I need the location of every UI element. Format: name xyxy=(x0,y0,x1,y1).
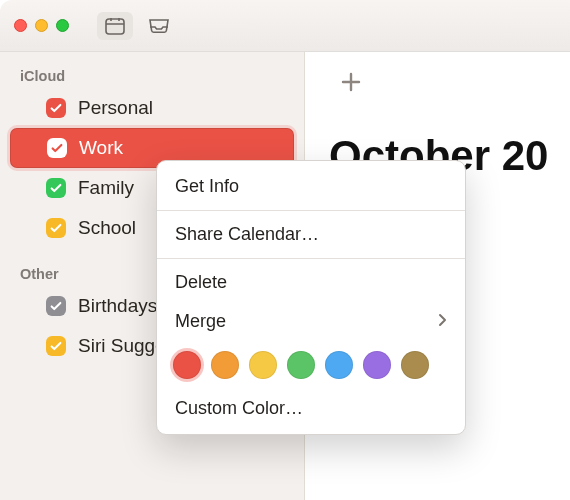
menu-item-share-calendar[interactable]: Share Calendar… xyxy=(157,215,465,254)
checkbox[interactable] xyxy=(47,138,67,158)
menu-item-label: Merge xyxy=(175,311,226,332)
add-event-button[interactable] xyxy=(329,60,373,104)
menu-item-get-info[interactable]: Get Info xyxy=(157,167,465,206)
checkmark-icon xyxy=(49,221,63,235)
titlebar xyxy=(0,0,570,52)
plus-icon xyxy=(340,71,362,93)
menu-separator xyxy=(157,258,465,259)
calendar-icon xyxy=(105,17,125,35)
sidebar-item-label: Work xyxy=(79,137,123,159)
menu-item-label: Custom Color… xyxy=(175,398,303,419)
sidebar-item-personal[interactable]: Personal xyxy=(0,88,304,128)
minimize-window-button[interactable] xyxy=(35,19,48,32)
sidebar-item-label: Personal xyxy=(78,97,153,119)
menu-item-label: Get Info xyxy=(175,176,239,197)
menu-item-merge[interactable]: Merge xyxy=(157,302,465,341)
color-swatch-row xyxy=(157,341,465,389)
chevron-right-icon xyxy=(437,311,447,332)
menu-item-label: Delete xyxy=(175,272,227,293)
color-swatch-orange[interactable] xyxy=(211,351,239,379)
sidebar-section-header-icloud: iCloud xyxy=(0,62,304,88)
sidebar-item-label: Family xyxy=(78,177,134,199)
zoom-window-button[interactable] xyxy=(56,19,69,32)
svg-rect-0 xyxy=(106,19,124,34)
checkmark-icon xyxy=(49,181,63,195)
calendars-toggle-button[interactable] xyxy=(97,12,133,40)
window-controls xyxy=(14,19,69,32)
color-swatch-blue[interactable] xyxy=(325,351,353,379)
tray-icon xyxy=(148,18,170,34)
checkmark-icon xyxy=(49,101,63,115)
inbox-button[interactable] xyxy=(141,12,177,40)
checkbox[interactable] xyxy=(46,296,66,316)
color-swatch-yellow[interactable] xyxy=(249,351,277,379)
sidebar-item-label: Birthdays xyxy=(78,295,157,317)
context-menu: Get Info Share Calendar… Delete Merge Cu… xyxy=(156,160,466,435)
checkbox[interactable] xyxy=(46,98,66,118)
checkmark-icon xyxy=(49,339,63,353)
sidebar-item-label: School xyxy=(78,217,136,239)
checkbox[interactable] xyxy=(46,218,66,238)
checkmark-icon xyxy=(50,141,64,155)
color-swatch-red[interactable] xyxy=(173,351,201,379)
color-swatch-purple[interactable] xyxy=(363,351,391,379)
color-swatch-green[interactable] xyxy=(287,351,315,379)
checkmark-icon xyxy=(49,299,63,313)
color-swatch-brown[interactable] xyxy=(401,351,429,379)
checkbox[interactable] xyxy=(46,178,66,198)
menu-item-label: Share Calendar… xyxy=(175,224,319,245)
close-window-button[interactable] xyxy=(14,19,27,32)
checkbox[interactable] xyxy=(46,336,66,356)
menu-item-delete[interactable]: Delete xyxy=(157,263,465,302)
menu-separator xyxy=(157,210,465,211)
menu-item-custom-color[interactable]: Custom Color… xyxy=(157,389,465,428)
